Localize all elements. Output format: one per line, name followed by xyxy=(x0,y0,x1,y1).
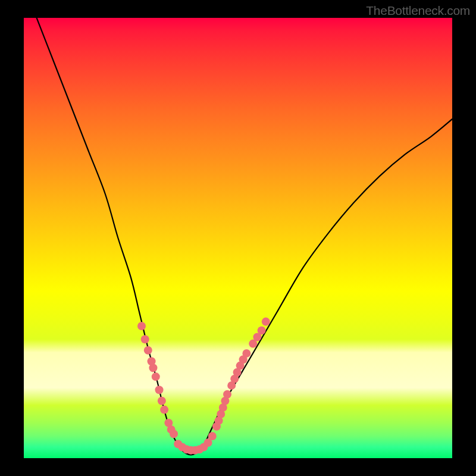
plot-area xyxy=(24,18,452,458)
watermark-text: TheBottleneck.com xyxy=(366,4,470,18)
chart-container: TheBottleneck.com xyxy=(0,0,476,476)
gradient-background xyxy=(24,18,452,458)
